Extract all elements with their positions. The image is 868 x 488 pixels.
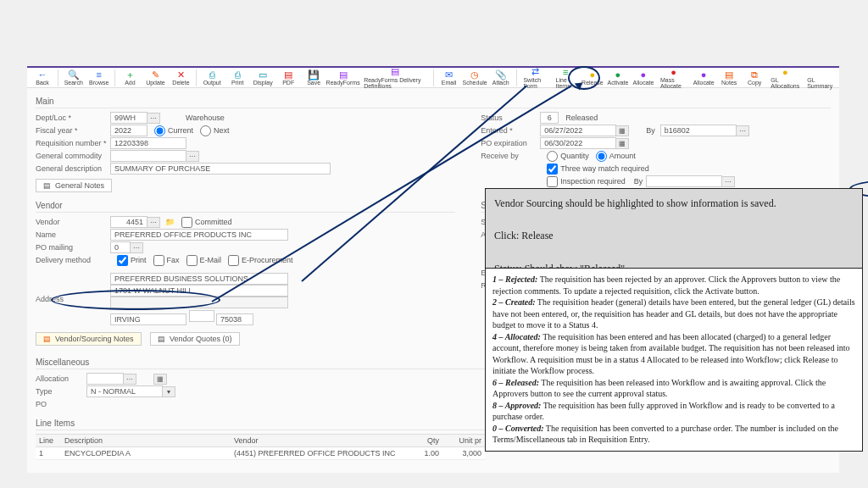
pomail-label: PO mailing: [36, 243, 110, 252]
lookup-icon[interactable]: ⋯: [130, 242, 143, 253]
deptloc-field[interactable]: 99WH: [110, 112, 147, 124]
arrow-left-icon: ←: [37, 69, 47, 80]
th-desc[interactable]: Description: [61, 435, 231, 446]
vendor-code-field[interactable]: 4451: [110, 216, 147, 228]
th-qty[interactable]: Qty: [400, 435, 442, 446]
gendesc-label: General description: [36, 164, 110, 173]
inspection-by-field[interactable]: [646, 175, 722, 187]
lineitems-button[interactable]: ≡Line Items: [553, 67, 579, 89]
allocate-button[interactable]: ●Allocate: [632, 69, 655, 86]
rfdelivery-button[interactable]: ▤ReadyForms Delivery Definitions: [360, 67, 430, 89]
allocate2-button[interactable]: ●Allocate: [692, 69, 715, 86]
amount-radio[interactable]: [596, 151, 607, 162]
x-icon: ✕: [175, 69, 186, 80]
form-icon: ▤: [390, 67, 400, 77]
lookup-icon[interactable]: ⋯: [721, 176, 735, 187]
lookup-icon[interactable]: ⋯: [147, 113, 160, 124]
notes-button[interactable]: ▤Notes: [717, 69, 741, 86]
city-field[interactable]: IRVING: [110, 313, 186, 325]
allocation-field[interactable]: [86, 373, 124, 385]
general-notes-button[interactable]: ▤General Notes: [36, 179, 112, 192]
poexp-field[interactable]: 06/30/2022: [540, 137, 616, 149]
display-button[interactable]: ▭Display: [251, 69, 275, 86]
entered-field[interactable]: 06/27/2022: [540, 125, 616, 136]
inspection-check[interactable]: [547, 176, 558, 187]
vendor-sourcing-notes-button[interactable]: ▤Vendor/Sourcing Notes: [36, 332, 142, 346]
status-code-field: 6: [540, 112, 559, 124]
pomail-field[interactable]: 0: [110, 241, 131, 253]
glalloc-button[interactable]: ●GL Allocations: [768, 67, 802, 89]
lookup-icon[interactable]: ⋯: [736, 125, 749, 136]
line-items-table: Line Description Vendor Qty Unit pr 1 EN…: [36, 434, 485, 460]
list-icon: ≡: [94, 69, 104, 80]
folder-icon[interactable]: 📁: [165, 218, 175, 226]
lookup-icon[interactable]: ⋯: [147, 217, 160, 228]
gencom-label: General commodity: [36, 152, 110, 160]
eproc-check[interactable]: [228, 255, 239, 266]
print-button[interactable]: ⎙Print: [225, 69, 249, 86]
th-vendor[interactable]: Vendor: [231, 435, 400, 446]
committed-check[interactable]: [181, 217, 192, 228]
dropdown-icon[interactable]: ▾: [162, 386, 175, 397]
threeway-check[interactable]: [547, 164, 558, 175]
switch-icon: ⇄: [530, 67, 540, 77]
display-icon: ▭: [258, 69, 268, 80]
email-button[interactable]: ✉Email: [437, 69, 461, 86]
current-radio[interactable]: [154, 125, 165, 136]
print-icon: ⎙: [232, 69, 242, 80]
activate-button[interactable]: ●Activate: [606, 69, 630, 86]
calendar-icon[interactable]: ▦: [615, 125, 629, 136]
pdf-button[interactable]: ▤PDF: [276, 69, 300, 86]
gendesc-field[interactable]: SUMMARY OF PURCHASE: [110, 163, 331, 175]
next-radio[interactable]: [200, 125, 211, 136]
search-button[interactable]: 🔍Search: [62, 69, 86, 86]
readyforms-button[interactable]: ▤ReadyForms: [327, 69, 359, 86]
th-up[interactable]: Unit pr: [442, 435, 485, 446]
zip-field[interactable]: 75038: [216, 313, 253, 325]
table-row[interactable]: 1 ENCYCLOPEDIA A (4451) PREFERRED OFFICE…: [36, 447, 485, 460]
activate-icon: ●: [613, 69, 623, 80]
vendor-quotes-button[interactable]: ▤Vendor Quotes (0): [150, 332, 240, 346]
type-field[interactable]: N - NORMAL: [86, 385, 163, 397]
state-field[interactable]: [189, 310, 214, 322]
by-field[interactable]: b16802: [660, 125, 737, 136]
lookup-icon[interactable]: ⋯: [123, 374, 136, 385]
output-button[interactable]: ⎙Output: [200, 69, 224, 86]
note-icon: ▤: [43, 181, 52, 190]
gencom-field[interactable]: [110, 150, 186, 162]
delete-button[interactable]: ✕Delete: [169, 69, 192, 86]
name-label: Name: [36, 230, 110, 239]
update-button[interactable]: ✎Update: [143, 69, 167, 86]
name-field[interactable]: PREFERRED OFFICE PRODUCTS INC: [110, 229, 288, 241]
add-button[interactable]: ＋Add: [118, 69, 142, 86]
email-check[interactable]: [186, 255, 198, 266]
release-button[interactable]: ●Release: [581, 69, 604, 86]
schedule-button[interactable]: ◷Schedule: [463, 69, 487, 86]
mail-icon: ✉: [444, 69, 454, 80]
back-button[interactable]: ←Back: [31, 69, 54, 86]
reqnum-field[interactable]: 12203398: [110, 137, 186, 149]
lookup-icon[interactable]: ⋯: [186, 151, 199, 162]
status-label: Status: [481, 114, 540, 122]
copy-button[interactable]: ⧉Copy: [743, 69, 766, 86]
calendar-icon[interactable]: ▦: [615, 138, 629, 149]
addr1-field[interactable]: PREFERRED BUSINESS SOLUTIONS: [110, 273, 288, 285]
glsummary-button[interactable]: GL Summary: [804, 67, 836, 89]
quantity-radio[interactable]: [547, 151, 558, 162]
save-button[interactable]: 💾Save: [302, 69, 326, 86]
addr3-field[interactable]: [110, 297, 288, 308]
th-line[interactable]: Line: [36, 435, 61, 446]
fy-field[interactable]: 2022: [110, 125, 147, 136]
calendar-icon[interactable]: ▦: [153, 374, 167, 385]
attach-button[interactable]: 📎Attach: [489, 69, 513, 86]
print-check[interactable]: [117, 255, 128, 266]
fax-check[interactable]: [153, 255, 164, 266]
notes-icon: ▤: [724, 69, 734, 80]
browse-button[interactable]: ≡Browse: [87, 69, 111, 86]
massallocate-button[interactable]: ●Mass Allocate: [657, 67, 690, 89]
switchform-button[interactable]: ⇄Switch Form: [520, 67, 550, 89]
section-vendor: Vendor: [36, 197, 455, 213]
release-icon: ●: [587, 69, 598, 80]
addr2-field[interactable]: 1701 W WALNUT HILL: [110, 285, 288, 297]
allocate-icon: ●: [698, 69, 709, 80]
